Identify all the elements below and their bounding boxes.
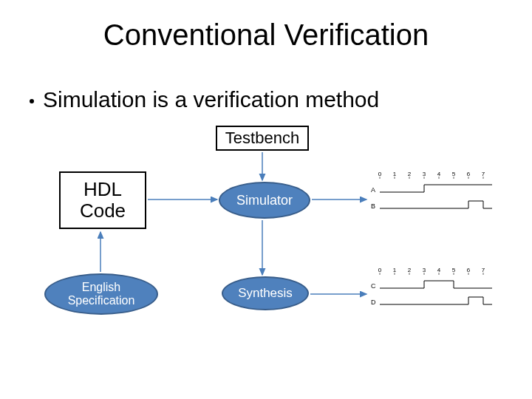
- svg-text:3: 3: [423, 267, 426, 273]
- hdl-code-box: HDL Code: [59, 171, 146, 229]
- testbench-label: Testbench: [225, 129, 299, 148]
- svg-text:4: 4: [437, 267, 441, 273]
- simulator-node: Simulator: [219, 182, 310, 219]
- english-label-1: English: [82, 281, 120, 294]
- svg-text:5: 5: [452, 171, 456, 177]
- svg-text:B: B: [371, 202, 375, 210]
- svg-text:2: 2: [408, 171, 412, 177]
- svg-text:C: C: [371, 282, 376, 290]
- bullet-dot-icon: [30, 99, 34, 103]
- page-title: Conventional Verification: [0, 18, 532, 52]
- bullet-item: Simulation is a verification method: [30, 87, 379, 112]
- svg-text:5: 5: [452, 267, 456, 273]
- svg-text:3: 3: [423, 171, 426, 177]
- svg-text:6: 6: [467, 171, 471, 177]
- svg-text:2: 2: [408, 267, 412, 273]
- svg-text:1: 1: [393, 267, 397, 273]
- hdl-label-2: Code: [80, 200, 126, 222]
- svg-text:7: 7: [482, 171, 485, 177]
- waveform-top: 01234567 AB: [369, 170, 495, 225]
- svg-text:0: 0: [378, 267, 382, 273]
- simulator-label: Simulator: [236, 193, 293, 208]
- svg-text:4: 4: [437, 171, 441, 177]
- hdl-label-1: HDL: [83, 179, 122, 200]
- svg-text:A: A: [371, 186, 375, 194]
- english-label-2: Specification: [68, 294, 135, 307]
- bullet-text: Simulation is a verification method: [43, 87, 379, 112]
- english-spec-node: English Specification: [44, 273, 158, 315]
- svg-text:0: 0: [378, 171, 382, 177]
- waveform-bottom: 01234567 CD: [369, 266, 495, 321]
- waveform-bottom-svg: 01234567 CD: [369, 266, 495, 318]
- waveform-top-svg: 01234567 AB: [369, 170, 495, 222]
- svg-text:7: 7: [482, 267, 485, 273]
- synthesis-node: Synthesis: [222, 276, 309, 310]
- svg-text:D: D: [371, 299, 376, 306]
- testbench-box: Testbench: [216, 126, 309, 151]
- svg-text:6: 6: [467, 267, 471, 273]
- synthesis-label: Synthesis: [238, 286, 293, 301]
- svg-text:1: 1: [393, 171, 397, 177]
